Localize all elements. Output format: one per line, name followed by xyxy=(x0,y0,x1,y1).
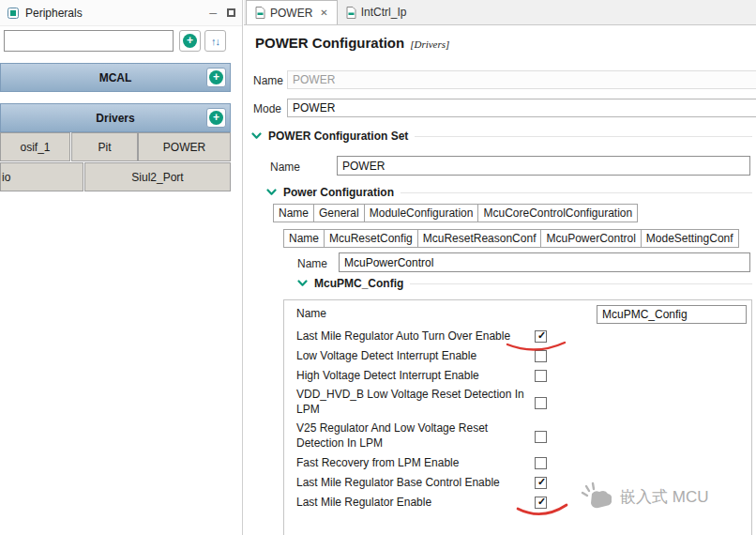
tab-cell-mcuresetreasonconf[interactable]: McuResetReasonConf xyxy=(417,229,542,248)
panel-title: Peripherals xyxy=(25,7,83,20)
editor-tab-icon xyxy=(255,7,265,19)
name-field xyxy=(287,70,756,89)
section-title: POWER Configuration Set xyxy=(268,130,408,143)
section-title: McuPMC_Config xyxy=(314,277,403,290)
mode-label: Mode xyxy=(253,102,281,115)
close-icon[interactable]: ✕ xyxy=(320,8,327,18)
tab-cell-modesettingconf[interactable]: ModeSettingConf xyxy=(641,229,739,248)
checkbox-label: VDD_HVD_B Low Voltage Reset Detection In… xyxy=(296,388,533,417)
plus-icon: + xyxy=(209,111,223,125)
editor-tab-icon xyxy=(346,7,356,19)
chevron-down-icon xyxy=(266,189,277,196)
plus-icon: + xyxy=(209,70,223,84)
tab-label: POWER xyxy=(270,7,312,20)
tile-label: osif_1 xyxy=(20,141,50,154)
tab-cell-mcupowercontrol[interactable]: McuPowerControl xyxy=(540,229,641,248)
tab-label: IntCtrl_Ip xyxy=(361,6,407,19)
power-config-name-field[interactable] xyxy=(339,252,750,272)
pmc-name-field[interactable] xyxy=(597,305,747,324)
config-set-name-field[interactable] xyxy=(337,156,750,176)
checkbox-last-mile-regulator-base-control-enable[interactable] xyxy=(535,477,547,489)
section-rule xyxy=(415,136,752,137)
tab-cell-mcuresetconfig[interactable]: McuResetConfig xyxy=(324,229,418,248)
pmc-row: Last Mile Regulator Base Control Enable xyxy=(284,473,751,493)
checkbox-label: Last Mile Regulator Base Control Enable xyxy=(296,476,533,491)
peripherals-panel: Peripherals ─ + ↑↓ MCAL + Drivers + osif… xyxy=(0,0,243,535)
add-peripheral-button[interactable]: + xyxy=(179,30,201,52)
tab-intctrl-ip[interactable]: IntCtrl_Ip xyxy=(338,0,416,24)
checkbox-label: V25 Regulator And Low Voltage Reset Dete… xyxy=(296,421,533,451)
pmc-row: Last Mile Regulator Auto Turn Over Enabl… xyxy=(284,327,751,346)
plus-icon: + xyxy=(183,34,197,48)
add-driver-button[interactable]: + xyxy=(206,108,226,128)
page-title-suffix: [Drivers] xyxy=(410,38,449,50)
page-title: POWER Configuration[Drivers] xyxy=(255,35,449,51)
tab-cell-name[interactable]: Name xyxy=(283,229,325,248)
tile-osif-1[interactable]: osif_1 xyxy=(0,132,70,161)
mcu-config-tabrow: Name McuResetConfig McuResetReasonConf M… xyxy=(283,229,739,248)
page-title-text: POWER Configuration xyxy=(255,35,404,51)
pmc-row: Low Voltage Detect Interrupt Enable xyxy=(284,346,751,366)
tile-label: POWER xyxy=(163,141,205,154)
checkbox-last-mile-regulator-auto-turn-over-enable[interactable] xyxy=(535,330,547,343)
config-set-name-label: Name xyxy=(270,160,300,174)
checkbox-vdd-hvd-b-low-voltage-reset-detection-in-lpm[interactable] xyxy=(535,397,547,409)
tile-label: Siul2_Port xyxy=(131,171,183,184)
group-label: MCAL xyxy=(99,71,132,84)
sort-button[interactable]: ↑↓ xyxy=(204,30,226,52)
tab-cell-mcucorecontrolconfiguration[interactable]: McuCoreControlConfiguration xyxy=(477,204,638,222)
tab-cell-moduleconfiguration[interactable]: ModuleConfiguration xyxy=(364,204,479,222)
tab-cell-general[interactable]: General xyxy=(313,204,365,222)
sort-down-icon: ↓ xyxy=(216,36,220,47)
name-label: Name xyxy=(253,74,283,87)
group-header-mcal[interactable]: MCAL + xyxy=(0,63,231,92)
tile-dio[interactable]: io xyxy=(0,162,83,191)
view-controls: ─ xyxy=(209,8,235,18)
checkbox-label: Last Mile Regulator Enable xyxy=(296,496,533,511)
section-power-configuration-set[interactable]: POWER Configuration Set xyxy=(251,130,752,143)
section-power-configuration[interactable]: Power Configuration xyxy=(266,186,752,199)
tab-cell-name[interactable]: Name xyxy=(273,204,314,222)
checkbox-label: High Voltage Detect Interrupt Enable xyxy=(296,369,533,384)
pmc-name-row: Name xyxy=(284,302,751,327)
checkbox-label: Low Voltage Detect Interrupt Enable xyxy=(296,349,533,364)
section-title: Power Configuration xyxy=(283,186,394,199)
mcupmc-config-group: Name Last Mile Regulator Auto Turn Over … xyxy=(283,299,752,535)
checkbox-high-voltage-detect-interrupt-enable[interactable] xyxy=(535,370,547,382)
tile-power[interactable]: POWER xyxy=(138,132,231,161)
checkbox-v25-regulator-and-low-voltage-reset-detection-in-lpm[interactable] xyxy=(535,431,547,443)
group-label: Drivers xyxy=(96,112,134,125)
app-window: Peripherals ─ + ↑↓ MCAL + Drivers + osif… xyxy=(0,0,756,535)
group-header-drivers[interactable]: Drivers + xyxy=(0,103,231,132)
power-config-name-label: Name xyxy=(297,257,327,270)
editor-body: POWER Configuration[Drivers] Name Mode P… xyxy=(244,25,756,535)
module-config-tabrow: Name General ModuleConfiguration McuCore… xyxy=(273,204,638,222)
chevron-down-icon xyxy=(297,280,308,287)
checkbox-last-mile-regulator-enable[interactable] xyxy=(535,497,547,509)
checkbox-low-voltage-detect-interrupt-enable[interactable] xyxy=(535,350,547,362)
peripherals-titlebar: Peripherals ─ xyxy=(0,0,242,26)
checkbox-label: Fast Recovery from LPM Enable xyxy=(296,456,533,471)
chevron-down-icon xyxy=(251,132,262,140)
maximize-icon[interactable] xyxy=(227,8,235,17)
pmc-row: VDD_HVD_B Low Voltage Reset Detection In… xyxy=(284,386,751,420)
minimize-icon[interactable]: ─ xyxy=(209,8,217,18)
tile-pit[interactable]: Pit xyxy=(71,132,138,161)
pmc-row: High Voltage Detect Interrupt Enable xyxy=(284,366,751,386)
tile-label: Pit xyxy=(98,141,111,154)
tile-siul2-port[interactable]: Siul2_Port xyxy=(84,162,231,191)
tab-power[interactable]: POWER ✕ xyxy=(246,0,338,24)
peripherals-filter-input[interactable] xyxy=(4,30,174,52)
pmc-row: Fast Recovery from LPM Enable xyxy=(284,453,751,473)
mode-field[interactable] xyxy=(287,99,756,117)
section-mcupmc-config[interactable]: McuPMC_Config xyxy=(297,277,752,290)
pmc-row: Last Mile Regulator Enable xyxy=(284,493,751,512)
tile-label: io xyxy=(2,171,10,184)
section-rule xyxy=(410,283,752,284)
pmc-row: V25 Regulator And Low Voltage Reset Dete… xyxy=(284,420,751,453)
checkbox-fast-recovery-from-lpm-enable[interactable] xyxy=(535,457,547,469)
add-mcal-button[interactable]: + xyxy=(206,68,226,87)
pmc-name-label: Name xyxy=(296,307,533,322)
peripherals-icon xyxy=(7,7,20,20)
section-rule xyxy=(401,192,752,193)
